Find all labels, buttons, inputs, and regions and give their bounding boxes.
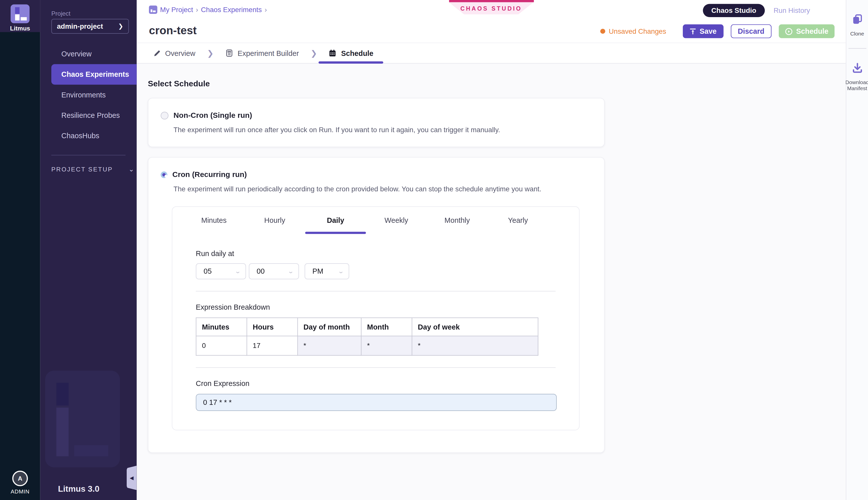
user-name-label: ADMIN — [11, 488, 30, 495]
divider — [196, 367, 555, 368]
app-window: Litmus A ADMIN Project admin-project ❯ O… — [0, 0, 868, 500]
sidebar-collapse-button[interactable]: ◀ — [127, 466, 137, 490]
chevron-down-icon: ⌄ — [287, 268, 294, 274]
litmus-logo-block[interactable]: Litmus — [0, 0, 40, 32]
view-toggle: Chaos Studio Run History — [703, 4, 810, 17]
cron-radio-selected[interactable] — [161, 171, 168, 178]
breadcrumb-my-project[interactable]: My Project — [160, 6, 193, 14]
cron-expression-label: Cron Expression — [196, 379, 555, 388]
pin-save-icon — [690, 28, 697, 34]
col-month: Month — [361, 318, 412, 336]
cron-tab-yearly[interactable]: Yearly — [488, 207, 548, 234]
unsaved-changes-badge: Unsaved Changes — [600, 27, 666, 35]
app-version: Litmus 3.0 — [58, 484, 99, 493]
project-name: admin-project — [57, 22, 103, 30]
schedule-button-disabled[interactable]: Schedule — [779, 24, 834, 38]
builder-icon — [225, 49, 233, 57]
main-area: CHAOS STUDIO My Project › Chaos Experime… — [137, 0, 846, 500]
breadcrumb-separator: › — [196, 6, 198, 14]
right-utility-panel: Clone Download Manifest — [846, 0, 868, 500]
litmus-logo-icon — [11, 4, 30, 23]
chaos-studio-ribbon: CHAOS STUDIO — [449, 0, 534, 14]
cron-expression-input[interactable] — [196, 394, 557, 411]
user-avatar[interactable]: A — [12, 471, 28, 486]
sidebar: Project admin-project ❯ Overview Chaos E… — [40, 0, 136, 500]
col-day-of-week: Day of week — [412, 318, 538, 336]
cron-title: Cron (Recurring run) — [172, 170, 247, 179]
cron-tab-minutes[interactable]: Minutes — [184, 207, 244, 234]
col-minutes: Minutes — [196, 318, 247, 336]
cron-tab-daily[interactable]: Daily — [305, 207, 366, 234]
page-title: cron-test — [149, 24, 197, 37]
cell-minutes: 0 — [196, 336, 247, 355]
section-title: Select Schedule — [148, 79, 846, 88]
chevron-down-icon: ⌄ — [234, 268, 241, 274]
download-icon[interactable] — [851, 62, 864, 74]
breadcrumb-litmus-icon — [149, 5, 157, 14]
tab-schedule[interactable]: Schedule — [329, 43, 374, 63]
sidebar-divider — [52, 155, 126, 155]
minute-select[interactable]: 00 ⌄ — [249, 263, 299, 280]
sidebar-item-overview[interactable]: Overview — [40, 44, 136, 64]
cron-tab-weekly[interactable]: Weekly — [366, 207, 427, 234]
sidebar-item-chaos-experiments[interactable]: Chaos Experiments — [52, 64, 137, 84]
download-manifest-label: Download Manifest — [845, 80, 868, 92]
col-hours: Hours — [247, 318, 298, 336]
project-setup-toggle[interactable]: PROJECT SETUP ⌄ — [52, 166, 137, 173]
expression-breakdown-table: Minutes Hours Day of month Month Day of … — [196, 317, 538, 356]
table-row: 0 17 * * * — [196, 336, 538, 355]
cell-hours: 17 — [247, 336, 298, 355]
clone-label: Clone — [850, 31, 864, 37]
sidebar-item-resilience-probes[interactable]: Resilience Probes — [40, 105, 136, 125]
ampm-select[interactable]: PM ⌄ — [305, 263, 349, 280]
project-label: Project — [52, 10, 137, 16]
cell-day-of-month: * — [298, 336, 361, 355]
cron-card: Cron (Recurring run) The experiment will… — [148, 157, 605, 453]
table-header-row: Minutes Hours Day of month Month Day of … — [196, 318, 538, 336]
tab-experiment-builder[interactable]: Experiment Builder — [225, 43, 299, 63]
litmus-logo-label: Litmus — [10, 25, 30, 32]
run-history-toggle[interactable]: Run History — [774, 7, 810, 14]
save-button[interactable]: Save — [683, 24, 723, 38]
litmus-watermark-logo — [45, 371, 120, 467]
chevron-right-icon: ❯ — [207, 48, 214, 57]
chevron-right-icon: ❯ — [118, 23, 123, 30]
active-tab-underline — [305, 232, 366, 234]
breadcrumb: My Project › Chaos Experiments › — [149, 5, 267, 14]
chevron-right-icon: ❯ — [311, 48, 317, 57]
divider — [848, 48, 866, 48]
run-daily-at-label: Run daily at — [196, 250, 555, 258]
schedule-content: Select Schedule Non-Cron (Single run) Th… — [137, 64, 846, 500]
breadcrumb-chaos-experiments[interactable]: Chaos Experiments — [201, 6, 262, 14]
divider — [196, 291, 555, 292]
sidebar-item-chaoshubs[interactable]: ChaosHubs — [40, 126, 136, 146]
left-rail: Litmus A ADMIN — [0, 0, 40, 500]
tab-overview[interactable]: Overview — [154, 43, 195, 63]
play-circle-icon — [785, 27, 793, 35]
clone-icon[interactable] — [851, 13, 864, 25]
hour-select[interactable]: 05 ⌄ — [196, 263, 246, 280]
workflow-tabs: Overview ❯ Experiment Builder ❯ Schedule — [137, 43, 846, 64]
cron-settings-panel: Minutes Hourly Daily Weekly Monthly Year… — [172, 206, 579, 430]
chevron-down-icon: ⌄ — [338, 268, 344, 274]
chaos-studio-toggle[interactable]: Chaos Studio — [703, 4, 765, 17]
cell-day-of-week: * — [412, 336, 538, 355]
breadcrumb-separator: › — [264, 6, 267, 14]
cron-tab-hourly[interactable]: Hourly — [244, 207, 305, 234]
expression-breakdown-label: Expression Breakdown — [196, 303, 555, 311]
non-cron-radio[interactable] — [161, 112, 169, 120]
sidebar-item-environments[interactable]: Environments — [40, 84, 136, 105]
cron-description: The experiment will run periodically acc… — [173, 185, 592, 193]
unsaved-dot-icon — [600, 29, 606, 34]
discard-button[interactable]: Discard — [731, 24, 771, 38]
non-cron-description: The experiment will run once after you c… — [173, 126, 592, 134]
pencil-icon — [154, 49, 161, 57]
chevron-down-icon: ⌄ — [128, 166, 134, 173]
non-cron-card[interactable]: Non-Cron (Single run) The experiment wil… — [148, 98, 605, 147]
chevron-left-icon: ◀ — [130, 475, 134, 481]
col-day-of-month: Day of month — [298, 318, 361, 336]
cron-tab-monthly[interactable]: Monthly — [427, 207, 487, 234]
active-tab-underline — [319, 61, 383, 64]
project-selector[interactable]: admin-project ❯ — [52, 19, 129, 34]
cron-frequency-tabs: Minutes Hourly Daily Weekly Monthly Year… — [172, 207, 579, 234]
